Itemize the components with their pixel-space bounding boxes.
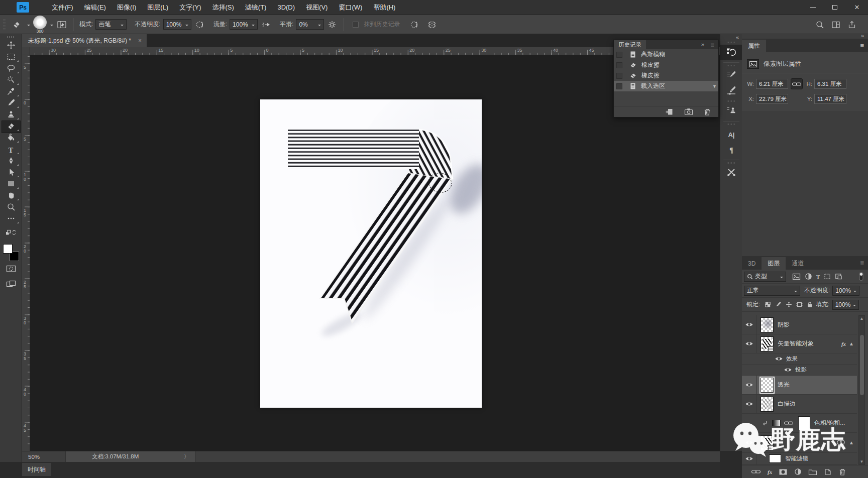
menu-item[interactable]: 3D(D) <box>272 0 300 15</box>
toolbar-grip[interactable] <box>7 36 15 38</box>
history-scroll-icon[interactable]: ▼ <box>712 84 717 89</box>
zoom-level-field[interactable]: 50% <box>28 454 51 460</box>
smoothing-gear-icon[interactable] <box>328 20 337 29</box>
ruler-corner[interactable] <box>22 47 30 55</box>
tool-brush[interactable] <box>2 98 20 109</box>
history-source-well[interactable] <box>616 73 622 79</box>
tool-eyedropper[interactable] <box>2 86 20 98</box>
history-row[interactable]: 高斯模糊 <box>614 49 718 60</box>
tool-clone-stamp[interactable] <box>2 109 20 121</box>
maximize-button[interactable] <box>824 0 846 15</box>
tool-move[interactable] <box>2 40 20 52</box>
brush-panel-toggle-icon[interactable] <box>57 20 67 29</box>
lock-position-icon[interactable] <box>786 301 792 308</box>
tab-通道[interactable]: 通道 <box>786 257 810 270</box>
add-mask-button[interactable] <box>779 468 788 475</box>
blend-mode-select[interactable]: 正常 <box>744 286 800 296</box>
history-source-well[interactable] <box>616 83 622 89</box>
layer-opacity-select[interactable]: 100% <box>832 286 859 296</box>
dock-tool-presets-dock[interactable] <box>720 165 742 181</box>
tool-rectangle[interactable] <box>2 179 20 190</box>
history-collapse-icon[interactable]: » <box>701 41 704 47</box>
dock-history-dock[interactable] <box>720 45 742 60</box>
h-field[interactable]: 6.31 厘米 <box>814 79 846 89</box>
history-row[interactable]: 橡皮擦 <box>614 70 718 81</box>
layer-thumbnail[interactable] <box>761 435 774 450</box>
history-row[interactable]: 载入选区▼ <box>614 81 718 91</box>
brush-picker-arrow[interactable] <box>50 25 53 28</box>
swap-colors-icon[interactable] <box>2 227 20 240</box>
menu-item[interactable]: 滤镜(T) <box>240 0 272 15</box>
tab-timeline[interactable]: 时间轴 <box>22 463 51 476</box>
close-button[interactable]: ✕ <box>846 0 868 15</box>
folder-button[interactable] <box>808 468 817 475</box>
link-dimensions-button[interactable] <box>791 78 803 89</box>
panel-menu-icon[interactable]: ≡ <box>860 42 864 49</box>
filter-type-icon[interactable]: T <box>816 274 820 280</box>
layer-row[interactable]: 色相/饱和... <box>742 414 857 433</box>
layer-thumbnail[interactable] <box>761 397 774 412</box>
opacity-select[interactable]: 100% <box>163 19 191 30</box>
tool-eraser[interactable] <box>2 121 20 133</box>
delete-state-button[interactable] <box>703 108 711 116</box>
menu-item[interactable]: 视图(V) <box>300 0 333 15</box>
tool-zoom[interactable] <box>2 202 20 213</box>
new-snapshot-button[interactable] <box>684 108 693 115</box>
layers-scrollbar[interactable]: ▲ ▼ <box>858 315 865 465</box>
tool-paint-bucket[interactable] <box>2 133 20 144</box>
layer-row[interactable]: 透光 <box>742 376 857 395</box>
opacity-pressure-icon[interactable] <box>195 20 205 29</box>
lock-artboard-icon[interactable] <box>796 301 803 308</box>
fx-bottom-button[interactable]: fx <box>768 469 772 475</box>
filter-shape-icon[interactable] <box>824 273 831 280</box>
layer-row[interactable]: 白描边 <box>742 395 857 414</box>
filter-smart-icon[interactable] <box>835 273 842 280</box>
dock-paragraph-dock[interactable]: ¶ <box>720 142 742 158</box>
fill-select[interactable]: 100% <box>832 300 859 310</box>
menu-item[interactable]: 窗口(W) <box>333 0 368 15</box>
minimize-button[interactable] <box>802 0 824 15</box>
layer-thumbnail[interactable] <box>761 378 774 393</box>
filter-mask-thumbnail[interactable] <box>769 454 781 463</box>
tab-properties[interactable]: 属性 <box>742 40 766 52</box>
layer-thumbnail[interactable] <box>761 317 774 332</box>
tool-preset-dropdown-arrow[interactable] <box>27 25 30 28</box>
history-source-well[interactable] <box>616 62 622 68</box>
lock-pixels-icon[interactable] <box>775 301 782 308</box>
layer-visibility-toggle[interactable] <box>742 376 757 394</box>
tab-history[interactable]: 历史记录 <box>614 40 646 49</box>
tab-close-icon[interactable]: × <box>138 37 142 44</box>
tool-magic-wand[interactable] <box>2 75 20 86</box>
status-chevron-icon[interactable]: 〉 <box>184 453 189 460</box>
tab-3D[interactable]: 3D <box>742 257 762 270</box>
screen-mode-icon[interactable] <box>2 278 20 291</box>
erase-to-history-checkbox[interactable] <box>353 22 359 28</box>
menu-item[interactable]: 文字(Y) <box>174 0 206 15</box>
tool-marquee[interactable] <box>2 52 20 63</box>
history-row[interactable]: 橡皮擦 <box>614 60 718 70</box>
menu-item[interactable]: 图层(L) <box>142 0 174 15</box>
smart-filter-blend-icon[interactable] <box>836 438 846 447</box>
layer-row[interactable]: 阴影 <box>742 315 857 334</box>
tool-path-select[interactable] <box>2 167 20 179</box>
size-pressure-icon[interactable] <box>409 20 419 29</box>
quick-mask-icon[interactable] <box>2 263 20 276</box>
layer-row[interactable]: ▲ <box>742 433 857 453</box>
flow-select[interactable]: 100% <box>230 19 258 30</box>
airbrush-icon[interactable] <box>261 20 271 29</box>
layer-visibility-toggle[interactable] <box>742 334 757 353</box>
filter-image-icon[interactable] <box>792 273 801 280</box>
link-button[interactable] <box>751 469 761 474</box>
layer-visibility-toggle[interactable] <box>742 395 757 413</box>
tool-more-tools[interactable] <box>2 213 20 225</box>
tool-pen[interactable] <box>2 156 20 167</box>
mode-select[interactable]: 画笔 <box>95 19 127 30</box>
layer-row[interactable]: 投影 <box>742 365 857 376</box>
tab-图层[interactable]: 图层 <box>762 257 786 270</box>
smoothing-select[interactable]: 0% <box>296 19 324 30</box>
tool-type[interactable]: T <box>2 144 20 156</box>
collapse-effects-icon[interactable]: ▲ <box>849 341 854 346</box>
lock-transparency-icon[interactable] <box>765 301 771 308</box>
filter-toggle[interactable] <box>858 272 864 281</box>
collapse-filters-icon[interactable]: ▲ <box>849 440 854 445</box>
